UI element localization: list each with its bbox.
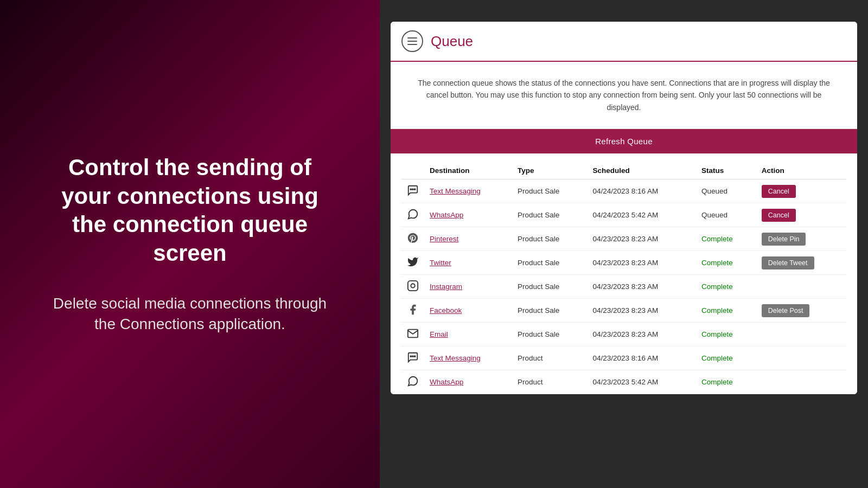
dest-icon-cell [401,179,424,203]
info-text: The connection queue shows the status of… [418,79,830,112]
dest-cell: Text Messaging [424,179,512,203]
table-row: WhatsApp Product 04/23/2023 5:42 AM Comp… [401,370,846,394]
action-cell: Delete Pin [756,227,846,251]
svg-point-0 [410,189,411,190]
svg-rect-3 [408,281,418,291]
dest-icon-cell [401,323,424,346]
table-row: Twitter Product Sale 04/23/2023 8:23 AM … [401,251,846,275]
action-cell: Cancel [756,179,846,203]
table-row: Text Messaging Product 04/23/2023 8:16 A… [401,346,846,370]
scheduled-cell: 04/23/2023 8:23 AM [588,227,697,251]
action-cell: Cancel [756,203,846,227]
left-panel: Control the sending of your connections … [0,0,380,488]
col-scheduled: Scheduled [588,162,697,179]
status-cell: Queued [696,179,756,203]
refresh-bar: Refresh Queue [391,129,857,153]
table-row: Instagram Product Sale 04/23/2023 8:23 A… [401,275,846,299]
action-button[interactable]: Delete Pin [762,233,806,246]
type-cell: Product [512,370,588,394]
dest-icon-cell [401,346,424,370]
info-box: The connection queue shows the status of… [391,62,857,129]
col-action: Action [756,162,846,179]
status-cell: Complete [696,323,756,346]
svg-point-2 [414,189,416,190]
dest-cell: Facebook [424,299,512,323]
svg-point-1 [412,189,413,190]
destination-link[interactable]: Text Messaging [430,354,481,362]
action-cell [756,323,846,346]
queue-table: Destination Type Scheduled Status Action… [401,162,846,394]
queue-card: Queue The connection queue shows the sta… [391,22,857,394]
action-cell: Delete Tweet [756,251,846,275]
col-destination: Destination [424,162,512,179]
dest-icon-cell [401,299,424,323]
scheduled-cell: 04/23/2023 8:23 AM [588,251,697,275]
col-icon [401,162,424,179]
scheduled-cell: 04/23/2023 8:16 AM [588,346,697,370]
svg-point-5 [410,356,411,357]
dest-icon-cell [401,203,424,227]
type-cell: Product Sale [512,251,588,275]
dest-cell: WhatsApp [424,370,512,394]
status-cell: Complete [696,299,756,323]
dest-icon-cell [401,275,424,299]
menu-icon[interactable] [401,30,423,52]
type-cell: Product Sale [512,203,588,227]
status-cell: Complete [696,227,756,251]
action-cell [756,275,846,299]
subtext: Delete social media connections through … [43,293,336,335]
action-button[interactable]: Cancel [762,185,796,198]
type-cell: Product [512,346,588,370]
action-cell: Delete Post [756,299,846,323]
svg-point-6 [412,356,413,357]
dest-icon-cell [401,370,424,394]
dest-cell: Text Messaging [424,346,512,370]
table-row: Text Messaging Product Sale 04/24/2023 8… [401,179,846,203]
scheduled-cell: 04/24/2023 5:42 AM [588,203,697,227]
status-cell: Queued [696,203,756,227]
destination-link[interactable]: Instagram [430,282,462,291]
col-status: Status [696,162,756,179]
dest-cell: Twitter [424,251,512,275]
action-button[interactable]: Cancel [762,209,796,222]
destination-link[interactable]: Text Messaging [430,187,481,195]
scheduled-cell: 04/23/2023 8:23 AM [588,275,697,299]
dest-cell: Instagram [424,275,512,299]
destination-link[interactable]: WhatsApp [430,378,463,386]
queue-header: Queue [391,22,857,62]
action-button[interactable]: Delete Post [762,304,810,317]
table-row: Facebook Product Sale 04/23/2023 8:23 AM… [401,299,846,323]
scheduled-cell: 04/24/2023 8:16 AM [588,179,697,203]
status-cell: Complete [696,275,756,299]
svg-point-7 [414,356,416,357]
dest-icon-cell [401,227,424,251]
type-cell: Product Sale [512,275,588,299]
refresh-queue-button[interactable]: Refresh Queue [584,134,663,148]
scheduled-cell: 04/23/2023 8:23 AM [588,299,697,323]
type-cell: Product Sale [512,323,588,346]
destination-link[interactable]: Email [430,330,448,338]
dest-cell: Pinterest [424,227,512,251]
status-cell: Complete [696,370,756,394]
destination-link[interactable]: Facebook [430,306,462,314]
headline: Control the sending of your connections … [43,153,336,267]
status-cell: Complete [696,346,756,370]
scheduled-cell: 04/23/2023 5:42 AM [588,370,697,394]
col-type: Type [512,162,588,179]
status-cell: Complete [696,251,756,275]
queue-title: Queue [431,33,473,50]
scheduled-cell: 04/23/2023 8:23 AM [588,323,697,346]
destination-link[interactable]: Twitter [430,259,451,267]
action-cell [756,370,846,394]
action-button[interactable]: Delete Tweet [762,256,814,269]
queue-table-wrapper: Destination Type Scheduled Status Action… [391,153,857,394]
dest-cell: Email [424,323,512,346]
type-cell: Product Sale [512,299,588,323]
dest-cell: WhatsApp [424,203,512,227]
table-row: WhatsApp Product Sale 04/24/2023 5:42 AM… [401,203,846,227]
destination-link[interactable]: Pinterest [430,235,458,243]
dest-icon-cell [401,251,424,275]
destination-link[interactable]: WhatsApp [430,211,463,219]
type-cell: Product Sale [512,179,588,203]
table-row: Email Product Sale 04/23/2023 8:23 AM Co… [401,323,846,346]
